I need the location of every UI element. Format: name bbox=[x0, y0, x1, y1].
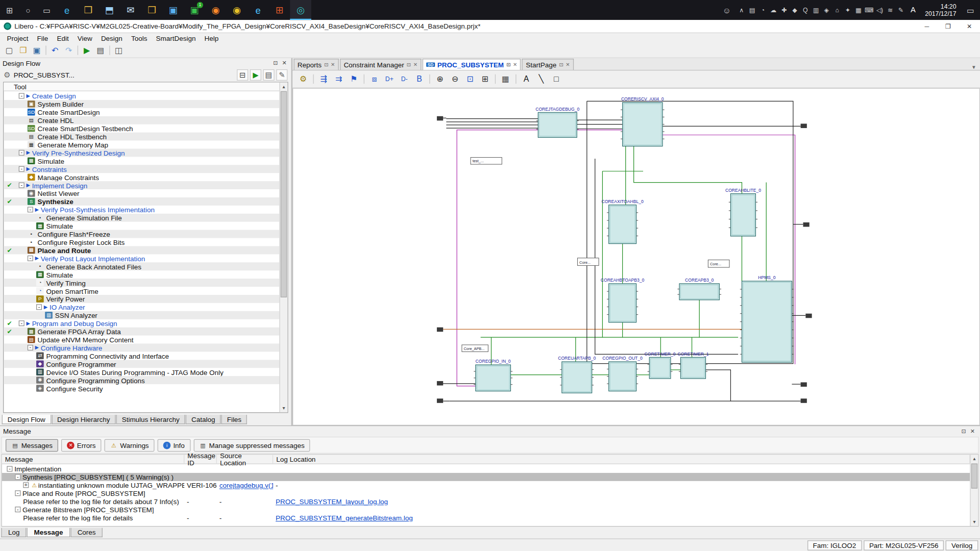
port-stub[interactable] bbox=[437, 381, 443, 386]
tree-row-generate-fpga-array-data[interactable]: ✔▦Generate FPGA Array Data bbox=[4, 328, 279, 336]
auto-arrange-icon[interactable]: ⧈ bbox=[368, 72, 381, 86]
bottom-tab-message[interactable]: Message bbox=[27, 528, 70, 537]
tray-icon-5[interactable]: ◆ bbox=[789, 7, 800, 13]
tree-row-netlist-viewer[interactable]: ◉Netlist Viewer bbox=[4, 189, 279, 197]
expander-icon[interactable]: - bbox=[28, 256, 33, 261]
port-stub[interactable] bbox=[437, 398, 443, 403]
expander-icon[interactable]: - bbox=[19, 183, 24, 188]
source-link[interactable]: corejtagdebug.v(16) bbox=[219, 481, 273, 489]
photos-icon[interactable]: ▣ bbox=[162, 0, 184, 20]
volume-icon[interactable]: ◁) bbox=[874, 7, 885, 13]
tree-row-programming-connectivity-and-interface[interactable]: ⇄Programming Connectivity and Interface bbox=[4, 352, 279, 360]
expander-icon[interactable]: - bbox=[19, 93, 24, 98]
message-row[interactable]: +⚠instantiating unknown module UJTAG_WRA… bbox=[2, 481, 970, 489]
menu-edit[interactable]: Edit bbox=[53, 34, 73, 42]
mail-icon[interactable]: ✉ bbox=[120, 0, 141, 20]
quick-connect-icon[interactable]: ⇉ bbox=[332, 72, 346, 86]
block-coretimer-1[interactable]: CORETIMER_1 bbox=[678, 352, 709, 379]
tray-icon-4[interactable]: ✚ bbox=[779, 7, 790, 13]
message-row[interactable]: -Implementation bbox=[2, 465, 970, 473]
block-coreapb3-0[interactable]: COREAPB3_0 bbox=[677, 278, 721, 300]
tree-row-place-and-route[interactable]: ✔▩Place and Route bbox=[4, 246, 279, 254]
tab-proc-subsystem[interactable]: SDPROC_SUBSYSTEM⊡✕ bbox=[423, 59, 521, 70]
browser-icon[interactable]: ◉ bbox=[226, 0, 248, 20]
close-button[interactable]: ✕ bbox=[959, 20, 980, 33]
close-icon[interactable]: ✕ bbox=[413, 62, 418, 67]
zoom-window-icon[interactable]: ⊞ bbox=[478, 72, 492, 86]
tree-row-verify-post-layout-implementation[interactable]: -▶Verify Post Layout Implementation bbox=[4, 254, 279, 262]
undock-icon[interactable]: ⊡ bbox=[324, 62, 328, 67]
undo-icon[interactable]: ↶ bbox=[48, 44, 62, 56]
minimize-button[interactable]: ─ bbox=[916, 20, 938, 33]
menu-file[interactable]: File bbox=[33, 34, 53, 42]
close-icon[interactable]: ✕ bbox=[513, 62, 517, 67]
zoom-in-icon[interactable]: ⊕ bbox=[433, 72, 447, 86]
menu-project[interactable]: Project bbox=[3, 34, 33, 42]
close-icon[interactable]: ✕ bbox=[331, 62, 335, 67]
tree-row-configure-register-lock-bits[interactable]: •Configure Register Lock Bits bbox=[4, 238, 279, 246]
run-icon[interactable]: ▶ bbox=[80, 44, 94, 56]
tree-row-verify-post-synthesis-implementation[interactable]: -▶Verify Post-Synthesis Implementation bbox=[4, 206, 279, 214]
zoom-fit-icon[interactable]: ⊡ bbox=[463, 72, 477, 86]
tree-row-configure-flash-freeze[interactable]: •Configure Flash*Freeze bbox=[4, 230, 279, 238]
report-icon[interactable]: ▤ bbox=[94, 44, 108, 56]
office-icon[interactable]: ⊞ bbox=[269, 0, 290, 20]
tab-reports[interactable]: Reports⊡✕ bbox=[294, 59, 339, 70]
folder-icon[interactable]: ❒ bbox=[141, 0, 163, 20]
message-row[interactable]: Please refer to the log file for details… bbox=[2, 497, 970, 506]
messages-filter-button[interactable]: ▤Messages bbox=[6, 439, 58, 451]
tray-icon-2[interactable]: ◔ bbox=[757, 7, 768, 13]
undock-icon[interactable]: ⊡ bbox=[960, 428, 968, 434]
collapse-flow-icon[interactable]: ⊟ bbox=[237, 69, 248, 81]
message-row[interactable]: -Place and Route [PROC_SUBSYSTEM] bbox=[2, 489, 970, 497]
clock[interactable]: 14:202017/12/17 bbox=[925, 3, 956, 17]
net-label[interactable]: Core... bbox=[708, 260, 729, 267]
tree-row-simulate[interactable]: ▦Simulate bbox=[4, 270, 279, 279]
expander-icon[interactable]: - bbox=[19, 166, 24, 172]
tree-row-simulate[interactable]: ▦Simulate bbox=[4, 222, 279, 230]
tree-row-update-envm-memory-content[interactable]: ▤Update eNVM Memory Content bbox=[4, 336, 279, 344]
tree-row-device-i-o-states-during-programming-jtag-mode-only[interactable]: ▥Device I/O States During Programming - … bbox=[4, 368, 279, 376]
libero-taskbar-icon[interactable]: ◎ bbox=[290, 0, 311, 20]
bottom-tab-cores[interactable]: Cores bbox=[70, 528, 103, 537]
tab-constraint-manager[interactable]: Constraint Manager⊡✕ bbox=[340, 59, 421, 70]
undock-icon[interactable]: ⊡ bbox=[407, 62, 411, 67]
column-header-source-location[interactable]: Source Location bbox=[217, 455, 273, 463]
store-icon[interactable]: ⬒ bbox=[99, 0, 120, 20]
scroll-thumb[interactable] bbox=[281, 91, 287, 297]
undock-icon[interactable]: ⊡ bbox=[271, 60, 280, 66]
expander-icon[interactable]: - bbox=[19, 320, 24, 326]
block-coreriscv-axi4-0[interactable]: CORERISCV_AXI4_0 bbox=[621, 96, 665, 146]
pen-icon[interactable]: ✎ bbox=[896, 7, 906, 13]
errors-filter-button[interactable]: ✕Errors bbox=[61, 439, 101, 451]
maximize-button[interactable]: ❐ bbox=[938, 20, 959, 33]
start-icon[interactable]: ⊞ bbox=[0, 0, 19, 20]
tray-icon-1[interactable]: ▤ bbox=[747, 7, 757, 13]
message-row[interactable]: Please refer to the log file for details… bbox=[2, 514, 970, 522]
tree-row-ssn-analyzer[interactable]: ▥SSN Analyzer bbox=[4, 311, 279, 319]
tray-icon-7[interactable]: ▥ bbox=[811, 7, 821, 13]
expander-icon[interactable]: - bbox=[19, 150, 24, 156]
ie-icon[interactable]: e bbox=[248, 0, 269, 20]
close-icon[interactable]: ✕ bbox=[566, 62, 570, 67]
firefox-icon[interactable]: ◉ bbox=[205, 0, 227, 20]
flow-report-icon[interactable]: ▤ bbox=[263, 69, 275, 81]
line-icon[interactable]: ╲ bbox=[534, 72, 548, 86]
close-icon[interactable]: ✕ bbox=[280, 60, 289, 66]
warnings-filter-button[interactable]: ⚠Warnings bbox=[105, 439, 155, 451]
expander-icon[interactable]: - bbox=[28, 345, 33, 350]
expander-icon[interactable]: - bbox=[15, 490, 20, 496]
net-label[interactable]: test_... bbox=[471, 158, 502, 164]
tab-startpage[interactable]: StartPage⊡✕ bbox=[522, 59, 574, 70]
open-project-icon[interactable]: ❒ bbox=[16, 44, 30, 56]
column-header-message[interactable]: Message bbox=[2, 455, 185, 463]
user-icon[interactable]: ☺ bbox=[718, 0, 737, 20]
grid-icon[interactable]: ▦ bbox=[499, 72, 512, 86]
tree-row-implement-design[interactable]: ✔-▶Implement Design bbox=[4, 181, 279, 189]
message-scrollbar[interactable]: ▲ ▼ bbox=[970, 455, 978, 526]
demote-pin-icon[interactable]: D- bbox=[398, 72, 411, 86]
smartdesign-window-icon[interactable]: ◫ bbox=[112, 44, 126, 56]
tree-row-configure-security[interactable]: ◈Configure Security bbox=[4, 384, 279, 392]
tree-row-verify-pre-synthesized-design[interactable]: -▶Verify Pre-Synthesized Design bbox=[4, 148, 279, 157]
undock-icon[interactable]: ⊡ bbox=[506, 62, 510, 67]
